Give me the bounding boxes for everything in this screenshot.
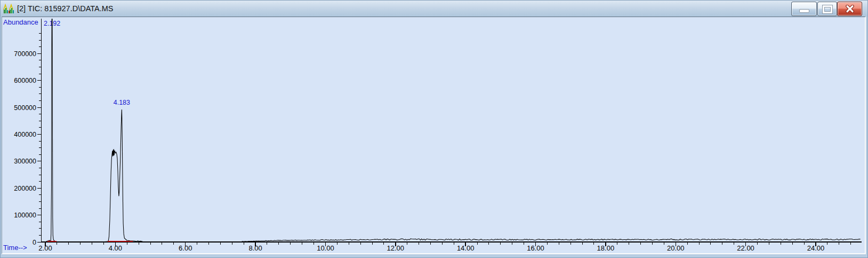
- x-axis-tick-label: 6.00: [179, 244, 192, 252]
- tic-trace: [41, 17, 861, 242]
- window-title: [2] TIC: 815927.D\DATA.MS: [17, 1, 114, 17]
- y-axis-tick-label: 100000: [14, 212, 36, 219]
- chromatogram-plot-area[interactable]: Abundance Time--> 2.1924.183010000020000…: [2, 17, 866, 254]
- chemstation-window: [2] TIC: 815927.D\DATA.MS Abundance Time…: [0, 0, 868, 258]
- y-axis-tick-label: 600000: [14, 77, 36, 84]
- x-axis-tick-label: 20.00: [667, 244, 685, 252]
- x-axis-tick-label: 4.00: [109, 244, 122, 252]
- x-axis-tick-label: 16.00: [527, 244, 544, 252]
- y-axis-tick-label: 400000: [14, 131, 36, 138]
- maximize-icon: [823, 5, 832, 13]
- maximize-button[interactable]: [817, 2, 837, 16]
- minimize-icon: [799, 9, 809, 13]
- y-axis-tick-label: 500000: [14, 104, 36, 112]
- tic-chromatogram: 2.1924.183010000020000030000040000050000…: [2, 17, 865, 253]
- y-axis-tick-label: 0: [33, 239, 36, 246]
- chromatogram-icon: [3, 3, 15, 14]
- titlebar[interactable]: [2] TIC: 815927.D\DATA.MS: [1, 1, 867, 17]
- x-axis-tick-label: 22.00: [737, 244, 754, 252]
- close-button[interactable]: [837, 2, 862, 16]
- peak-label: 4.183: [114, 99, 130, 106]
- x-axis-tick-label: 12.00: [387, 244, 405, 252]
- x-axis-tick-label: 10.00: [317, 244, 334, 252]
- x-axis-tick-label: 14.00: [457, 244, 475, 252]
- minimize-button[interactable]: [791, 2, 817, 16]
- x-axis-tick-label: 8.00: [248, 244, 262, 252]
- x-axis-tick-label: 2.00: [38, 244, 52, 252]
- x-axis-tick-label: 18.00: [597, 244, 615, 252]
- y-axis-tick-label: 700000: [14, 50, 36, 58]
- close-icon: [845, 5, 855, 13]
- y-axis-tick-label: 200000: [14, 185, 36, 192]
- x-axis-tick-label: 24.00: [807, 244, 825, 252]
- y-axis-tick-label: 300000: [14, 158, 36, 165]
